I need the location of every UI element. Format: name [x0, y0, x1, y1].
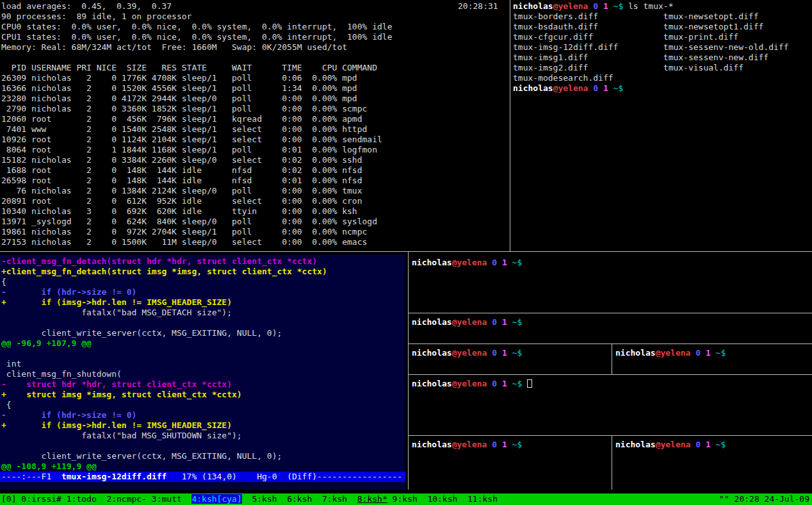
- text-segment: [507, 440, 512, 449]
- text-segment: + if (imsg->hdr.len != IMSG_HEADER_SIZE): [1, 420, 232, 430]
- text-segment: 2790 nicholas 2 0 3360K 1852K sleep/1 po…: [1, 104, 367, 113]
- top-process-pane[interactable]: load averages: 0.45, 0.39, 0.3790 proces…: [0, 0, 508, 251]
- terminal-line: 13971 _syslogd 2 0 624K 840K sleep/0 pol…: [1, 217, 508, 227]
- terminal-line: + if (imsg->hdr.len != IMSG_HEADER_SIZE): [1, 420, 405, 431]
- text-segment: client_write_server(cctx, MSG_EXITING, N…: [1, 451, 282, 461]
- terminal-line: int: [1, 359, 405, 369]
- text-segment: client_write_server(cctx, MSG_EXITING, N…: [1, 328, 282, 338]
- text-segment: PID USERNAME PRI NICE SIZE RES STATE WAI…: [1, 63, 377, 72]
- text-segment: tmux-borders.diff tmux-newsetopt.diff: [513, 12, 759, 21]
- text-segment: [497, 379, 502, 388]
- terminal-line: CPU1 states: 0.0% user, 0.0% nice, 0.0% …: [1, 32, 508, 42]
- terminal-line: 76 nicholas 2 0 1384K 2124K sleep/0 poll…: [1, 186, 508, 196]
- terminal-line: client_write_server(cctx, MSG_EXITING, N…: [1, 451, 405, 461]
- text-segment: 1: [706, 440, 711, 449]
- text-segment: nicholas: [412, 348, 452, 358]
- terminal-line: 2790 nicholas 2 0 3360K 1852K sleep/1 po…: [1, 104, 508, 114]
- shell-pane-4-active[interactable]: nicholas@yelena 0 1 ~$: [410, 376, 812, 434]
- terminal-line: - if (hdr->size != 0): [1, 287, 405, 297]
- text-segment: 2:ncmpc-: [106, 494, 151, 504]
- text-segment: [701, 440, 706, 449]
- text-segment: - if (hdr->size != 0): [1, 287, 136, 297]
- terminal-line: nicholas@yelena 0 1 ~$: [412, 440, 610, 450]
- text-segment: [598, 1, 603, 11]
- text-segment: @yelena: [452, 258, 487, 267]
- terminal-line: 15182 nicholas 2 0 3384K 2260K sleep/0 s…: [1, 155, 508, 165]
- pane-border-right-row3: [409, 374, 812, 375]
- text-segment: +client_msg_fn_detach(struct imsg *imsg,…: [1, 267, 327, 276]
- text-segment: load averages: 0.45, 0.39, 0.37: [1, 1, 172, 11]
- emacs-diff-pane[interactable]: -client_msg_fn_detach(struct hdr *hdr, s…: [0, 254, 405, 490]
- pane-border-right-row2: [409, 344, 812, 344]
- text-segment: 8064 root 2 1 1844K 1168K sleep/1 poll 0…: [1, 145, 377, 154]
- text-segment: 9:ksh: [387, 494, 428, 504]
- shell-pane-3-right[interactable]: nicholas@yelena 0 1 ~$: [613, 345, 812, 373]
- text-segment: tmux-cfgcur.diff tmux-print.diff: [513, 32, 738, 42]
- shell-pane-2[interactable]: nicholas@yelena 0 1 ~$: [410, 314, 812, 342]
- terminal-line: tmux-imsg-12diff.diff tmux-sessenv-new-o…: [513, 42, 812, 53]
- text-segment: ~$: [613, 83, 624, 93]
- terminal-line: [1, 53, 508, 63]
- terminal-line: @@ -96,9 +107,9 @@: [1, 338, 405, 349]
- text-segment: CPU0 states: 0.0% user, 0.0% nice, 0.0% …: [1, 22, 392, 31]
- shell-ls-pane[interactable]: nicholas@yelena 0 1 ~$ ls tmux-*tmux-bor…: [512, 0, 812, 251]
- text-segment: Memory: Real: 68M/324M act/tot Free: 166…: [1, 42, 347, 52]
- text-segment: 0: [492, 379, 497, 388]
- shell-pane-5-right[interactable]: nicholas@yelena 0 1 ~$: [613, 436, 812, 489]
- terminal-line: nicholas@yelena 0 1 ~$ ls tmux-*: [513, 1, 812, 12]
- terminal-line: tmux-borders.diff tmux-newsetopt.diff: [513, 12, 812, 22]
- text-segment: - struct hdr *hdr, struct client_ctx *cc…: [1, 379, 232, 389]
- terminal-line: 10926 root 2 0 1124K 2104K sleep/1 selec…: [1, 135, 508, 145]
- text-segment: 10340 nicholas 3 0 692K 620K idle ttyin …: [1, 206, 357, 216]
- shell-pane-1[interactable]: nicholas@yelena 0 1 ~$: [410, 254, 812, 311]
- text-segment: fatalx("bad MSG_SHUTDOWN size");: [1, 431, 242, 440]
- terminal-line: 19861 nicholas 2 0 972K 2704K sleep/1 po…: [1, 227, 508, 237]
- text-segment: 7401 www 2 0 1540K 2548K sleep/1 select …: [1, 124, 367, 134]
- text-segment: tmux-imsg1.diff tmux-sessenv-new.diff: [513, 53, 768, 62]
- terminal-line: tmux-modesearch.diff: [513, 73, 812, 83]
- text-segment: 12060 root 2 0 456K 796K sleep/1 kqread …: [1, 114, 362, 124]
- shell-pane-5-left[interactable]: nicholas@yelena 0 1 ~$: [410, 436, 610, 489]
- terminal-line: CPU0 states: 0.0% user, 0.0% nice, 0.0% …: [1, 22, 508, 32]
- terminal-line: nicholas@yelena 0 1 ~$: [615, 440, 812, 450]
- text-segment: ~$: [512, 379, 523, 388]
- text-segment: ~$: [716, 348, 726, 358]
- text-segment: - if (hdr->size != 0): [1, 410, 136, 420]
- terminal-line: + struct imsg *imsg, struct client_ctx *…: [1, 390, 405, 400]
- text-segment: int: [1, 359, 21, 368]
- terminal-line: fatalx("bad MSG_SHUTDOWN size");: [1, 431, 405, 441]
- terminal-line: client_msg_fn_shutdown(: [1, 369, 405, 379]
- terminal-line: nicholas@yelena 0 1 ~$: [615, 348, 812, 358]
- text-segment: fatalx("bad MSG_DETACH size");: [1, 308, 232, 317]
- text-segment: [598, 83, 603, 93]
- terminal-line: [1, 318, 405, 328]
- terminal-line: 12060 root 2 0 456K 796K sleep/1 kqread …: [1, 114, 508, 124]
- text-segment: + if (imsg->hdr.len != IMSG_HEADER_SIZE): [1, 297, 232, 307]
- text-segment: @yelena: [452, 348, 487, 358]
- ls-output: nicholas@yelena 0 1 ~$ ls tmux-*tmux-bor…: [513, 1, 812, 94]
- pane-border-vertical-row5: [612, 436, 612, 490]
- text-segment: [507, 258, 512, 267]
- terminal-line: ----:---F1 tmux-imsg-12diff.diff 17% (13…: [1, 472, 405, 482]
- shell-pane-3-left[interactable]: nicholas@yelena 0 1 ~$: [410, 345, 610, 373]
- text-segment: @yelena: [656, 440, 691, 449]
- text-segment: nicholas: [513, 83, 553, 93]
- text-segment: 20891 root 2 0 612K 952K idle select 0:0…: [1, 196, 362, 206]
- pane-border-vertical-bottom: [408, 252, 409, 490]
- terminal-line: {: [1, 277, 405, 287]
- terminal-line: nicholas@yelena 0 1 ~$: [513, 83, 812, 94]
- text-segment: nicholas: [412, 258, 452, 267]
- shell-prompt: nicholas@yelena 0 1 ~$: [412, 379, 812, 389]
- pane-border-vertical-row3: [612, 344, 612, 374]
- text-segment: [608, 83, 613, 93]
- terminal-line: 26598 root 2 0 148K 144K idle nfsd 0:01 …: [1, 176, 508, 186]
- text-segment: [507, 317, 512, 327]
- tmux-screen: load averages: 0.45, 0.39, 0.3790 proces…: [0, 0, 812, 505]
- text-segment: tmux-imsg2.diff tmux-visual.diff: [513, 63, 743, 72]
- tmux-window-list[interactable]: [0] 0:irssi# 1:todo 2:ncmpc- 3:mutt 4:ks…: [1, 493, 498, 505]
- text-segment: [497, 440, 502, 449]
- text-segment: ~$: [512, 258, 523, 267]
- text-segment: 0: [492, 317, 497, 327]
- pane-border-vertical-top: [510, 0, 510, 251]
- text-segment: [497, 317, 502, 327]
